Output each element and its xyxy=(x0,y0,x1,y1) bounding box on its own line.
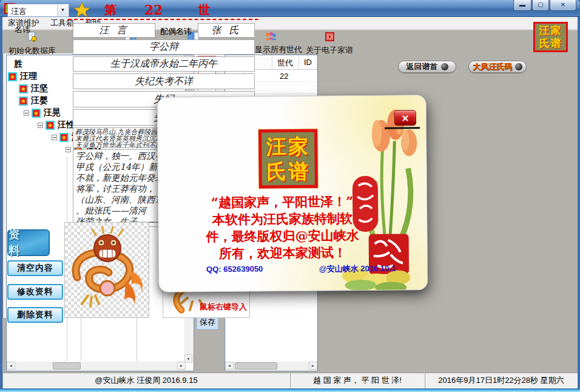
status-bar: @安山峡水 汪俊周 2016.9.15 越 国 家 声， 平 阳 世 泽! 20… xyxy=(2,373,578,388)
star-flag-icon: ★ xyxy=(59,133,69,142)
delete-data-button[interactable]: 删除资料 xyxy=(7,307,63,323)
toolbar-button-0[interactable]: 初始化数据库 xyxy=(8,32,56,56)
star-flag-icon: ★ xyxy=(19,84,28,93)
status-author: @安山峡水 汪俊周 2016.9.15 xyxy=(2,373,290,388)
collapse-box-icon[interactable] xyxy=(24,110,29,116)
maximize-button[interactable]: ▢ xyxy=(532,0,549,11)
tree-item-汪性[interactable]: ★汪性 xyxy=(38,119,75,131)
family-logo: 汪家 氏谱 xyxy=(533,22,568,52)
star-flag-icon: ★ xyxy=(8,72,17,81)
collapse-box-icon[interactable] xyxy=(52,135,57,140)
dialog-credit: @安山峡水 2016.10.1 xyxy=(319,263,396,275)
column-header-1[interactable]: 世代 xyxy=(272,55,299,69)
tree-horizontal-scrollbar[interactable]: ◄ ► xyxy=(7,362,186,371)
wang-code-label: 大风汪氏码 xyxy=(473,61,512,72)
chevron-down-icon: ▼ xyxy=(57,5,68,16)
tree-item-胜[interactable]: 胜 xyxy=(14,58,22,70)
dialog-qq: QQ: 652639050 xyxy=(206,264,263,275)
star-flag-icon: ★ xyxy=(46,121,55,130)
dialog-message: “越国家声，平阳世泽！”本软件为汪氏家族特制软件，最终版权归@安山峡水所有，欢迎… xyxy=(163,192,402,262)
application-window: 汪家氏谱 汪氏电子家谱 ▬ ▢ ✕ 家谱维护工具箱帮助 返回谱首 大风汪氏码 初… xyxy=(0,0,580,392)
spouse-label: 配偶名讳 xyxy=(160,26,192,37)
courtesy-field[interactable]: 字公辩 xyxy=(73,39,255,55)
orb-icon xyxy=(441,63,448,70)
dialog-message-line: 所有，欢迎本家测试！ xyxy=(164,243,402,262)
collapse-box-icon[interactable] xyxy=(66,147,71,152)
column-header-2[interactable]: ID xyxy=(299,55,317,69)
list-generations-icon xyxy=(265,32,277,44)
data-button[interactable]: 资 料 xyxy=(7,229,50,256)
clear-content-button[interactable]: 清空内容 xyxy=(7,260,63,276)
tree-item-汪理[interactable]: ★汪理 xyxy=(8,70,37,83)
dialog-contact-row: QQ: 652639050 @安山峡水 2016.10.1 xyxy=(206,263,396,276)
tree-item-汪婴[interactable]: ★汪婴 xyxy=(19,95,48,107)
status-datetime: 2016年9月17日1时22分28秒 星期六 xyxy=(425,373,578,388)
dragon-image-1[interactable] xyxy=(64,222,149,318)
window-bottom-edge xyxy=(0,388,580,392)
tree-item-汪晃[interactable]: ★汪晃 xyxy=(24,107,61,119)
red-dashed-divider xyxy=(68,19,258,20)
dialog-message-line: “越国家声，平阳世泽！” xyxy=(163,192,401,211)
wang-code-button[interactable]: 大风汪氏码 xyxy=(468,61,527,73)
dialog-message-line: 本软件为汪氏家族特制软 xyxy=(163,209,401,228)
star-flag-icon: ★ xyxy=(19,96,28,106)
birth-field[interactable]: 生于汉成帝永始二年丙午 xyxy=(73,56,255,72)
back-home-label: 返回谱首 xyxy=(406,61,438,72)
name-field[interactable]: 汪 言 xyxy=(73,23,155,38)
right-click-import-note: 鼠标右键导入 xyxy=(200,302,247,313)
dialog-close-button[interactable]: ✕ xyxy=(394,110,416,126)
close-button[interactable]: ✕ xyxy=(550,0,576,11)
about-dialog: ✕ 汪家 氏谱 “越国家声，平阳世泽！”本软件为汪氏家族特制软件，最终版权归@安… xyxy=(157,95,428,292)
death-field[interactable]: 失纪失考不详 xyxy=(73,73,255,89)
back-home-button[interactable]: 返回谱首 xyxy=(398,61,456,73)
spouse-field[interactable]: 张 氏 xyxy=(198,23,255,38)
name-label: 名讳 xyxy=(15,24,30,35)
collapse-box-icon[interactable] xyxy=(38,123,43,128)
toolbar-button-4[interactable]: 关于电子家谱 xyxy=(306,32,353,56)
star-flag-icon: ★ xyxy=(32,109,41,118)
generation-header: 第 22 世 xyxy=(73,1,258,18)
dialog-close-underline xyxy=(385,127,420,129)
person-dropdown[interactable]: 汪言 ▼ xyxy=(7,4,69,17)
star-icon xyxy=(73,1,91,18)
modify-data-button[interactable]: 修改资料 xyxy=(7,284,63,300)
dialog-family-logo: 汪家 氏谱 xyxy=(258,129,318,189)
about-seal-icon xyxy=(325,32,335,44)
table-horizontal-scrollbar[interactable]: ◄ ► xyxy=(225,362,317,371)
orb-icon xyxy=(515,63,522,70)
status-motto: 越 国 家 声， 平 阳 世 泽! xyxy=(290,373,425,388)
minimize-button[interactable]: ▬ xyxy=(513,0,531,11)
dialog-message-line: 件，最终版权归@安山峡水 xyxy=(163,226,401,245)
tree-item-汪坚[interactable]: ★汪坚 xyxy=(19,83,48,95)
